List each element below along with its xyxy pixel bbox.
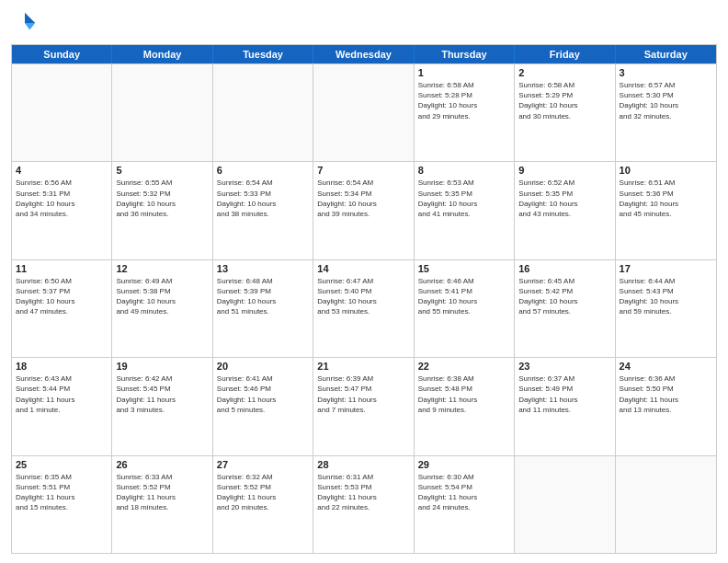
day-number: 23 (518, 361, 610, 372)
day-info: Sunrise: 6:57 AM Sunset: 5:30 PM Dayligh… (620, 80, 712, 121)
day-cell-13: 13Sunrise: 6:48 AM Sunset: 5:39 PM Dayli… (213, 260, 313, 357)
day-info: Sunrise: 6:37 AM Sunset: 5:49 PM Dayligh… (518, 373, 610, 415)
empty-cell-0-0 (12, 64, 112, 161)
day-number: 22 (418, 361, 510, 372)
day-number: 29 (418, 459, 510, 470)
header-day-thursday: Thursday (415, 45, 515, 63)
day-number: 8 (418, 165, 510, 176)
day-cell-19: 19Sunrise: 6:42 AM Sunset: 5:45 PM Dayli… (112, 358, 212, 454)
day-info: Sunrise: 6:53 AM Sunset: 5:35 PM Dayligh… (418, 178, 510, 219)
calendar-row-3: 18Sunrise: 6:43 AM Sunset: 5:44 PM Dayli… (12, 357, 716, 454)
header-day-friday: Friday (515, 45, 615, 63)
day-info: Sunrise: 6:39 AM Sunset: 5:47 PM Dayligh… (317, 373, 409, 415)
day-info: Sunrise: 6:45 AM Sunset: 5:42 PM Dayligh… (518, 276, 610, 317)
day-info: Sunrise: 6:42 AM Sunset: 5:45 PM Dayligh… (116, 373, 208, 415)
day-info: Sunrise: 6:35 AM Sunset: 5:51 PM Dayligh… (16, 472, 108, 513)
day-cell-17: 17Sunrise: 6:44 AM Sunset: 5:43 PM Dayli… (616, 260, 716, 357)
empty-cell-0-3 (313, 64, 414, 161)
day-number: 26 (116, 459, 208, 470)
day-info: Sunrise: 6:48 AM Sunset: 5:39 PM Dayligh… (217, 276, 309, 317)
day-number: 14 (317, 263, 409, 274)
day-cell-5: 5Sunrise: 6:55 AM Sunset: 5:32 PM Daylig… (112, 162, 212, 259)
day-info: Sunrise: 6:54 AM Sunset: 5:33 PM Dayligh… (217, 178, 309, 219)
day-cell-11: 11Sunrise: 6:50 AM Sunset: 5:37 PM Dayli… (12, 260, 112, 357)
logo-icon (11, 9, 39, 37)
svg-marker-0 (25, 13, 35, 23)
header-day-wednesday: Wednesday (313, 45, 414, 63)
day-info: Sunrise: 6:58 AM Sunset: 5:28 PM Dayligh… (418, 80, 510, 121)
day-number: 13 (217, 263, 309, 274)
day-number: 6 (217, 165, 309, 176)
day-number: 10 (620, 165, 712, 176)
day-number: 17 (620, 263, 712, 274)
day-cell-27: 27Sunrise: 6:32 AM Sunset: 5:52 PM Dayli… (213, 456, 313, 553)
day-info: Sunrise: 6:33 AM Sunset: 5:52 PM Dayligh… (116, 472, 208, 513)
day-cell-4: 4Sunrise: 6:56 AM Sunset: 5:31 PM Daylig… (12, 162, 112, 259)
day-number: 5 (116, 165, 208, 176)
day-number: 24 (620, 361, 712, 372)
page: SundayMondayTuesdayWednesdayThursdayFrid… (0, 0, 728, 563)
day-info: Sunrise: 6:44 AM Sunset: 5:43 PM Dayligh… (620, 276, 712, 317)
day-info: Sunrise: 6:31 AM Sunset: 5:53 PM Dayligh… (317, 472, 409, 513)
day-cell-3: 3Sunrise: 6:57 AM Sunset: 5:30 PM Daylig… (616, 64, 716, 161)
day-number: 9 (518, 165, 610, 176)
day-number: 20 (217, 361, 309, 372)
day-cell-9: 9Sunrise: 6:52 AM Sunset: 5:35 PM Daylig… (515, 162, 615, 259)
empty-cell-4-6 (616, 456, 716, 553)
header-day-monday: Monday (112, 45, 212, 63)
day-number: 1 (418, 67, 510, 78)
day-info: Sunrise: 6:49 AM Sunset: 5:38 PM Dayligh… (116, 276, 208, 317)
day-cell-25: 25Sunrise: 6:35 AM Sunset: 5:51 PM Dayli… (12, 456, 112, 553)
day-number: 16 (518, 263, 610, 274)
day-cell-14: 14Sunrise: 6:47 AM Sunset: 5:40 PM Dayli… (313, 260, 414, 357)
day-cell-29: 29Sunrise: 6:30 AM Sunset: 5:54 PM Dayli… (415, 456, 515, 553)
day-info: Sunrise: 6:54 AM Sunset: 5:34 PM Dayligh… (317, 178, 409, 219)
day-number: 28 (317, 459, 409, 470)
day-cell-24: 24Sunrise: 6:36 AM Sunset: 5:50 PM Dayli… (616, 358, 716, 454)
day-number: 19 (116, 361, 208, 372)
day-cell-16: 16Sunrise: 6:45 AM Sunset: 5:42 PM Dayli… (515, 260, 615, 357)
day-number: 25 (16, 459, 108, 470)
day-cell-1: 1Sunrise: 6:58 AM Sunset: 5:28 PM Daylig… (415, 64, 515, 161)
day-number: 18 (16, 361, 108, 372)
day-info: Sunrise: 6:46 AM Sunset: 5:41 PM Dayligh… (418, 276, 510, 317)
day-cell-2: 2Sunrise: 6:58 AM Sunset: 5:29 PM Daylig… (515, 64, 615, 161)
day-cell-15: 15Sunrise: 6:46 AM Sunset: 5:41 PM Dayli… (415, 260, 515, 357)
day-number: 21 (317, 361, 409, 372)
day-info: Sunrise: 6:56 AM Sunset: 5:31 PM Dayligh… (16, 178, 108, 219)
calendar-row-4: 25Sunrise: 6:35 AM Sunset: 5:51 PM Dayli… (12, 455, 716, 553)
day-number: 15 (418, 263, 510, 274)
day-cell-26: 26Sunrise: 6:33 AM Sunset: 5:52 PM Dayli… (112, 456, 212, 553)
day-number: 3 (620, 67, 712, 78)
header-day-saturday: Saturday (616, 45, 716, 63)
calendar-row-1: 4Sunrise: 6:56 AM Sunset: 5:31 PM Daylig… (12, 161, 716, 259)
svg-marker-1 (25, 23, 35, 30)
day-number: 11 (16, 263, 108, 274)
calendar-header: SundayMondayTuesdayWednesdayThursdayFrid… (12, 45, 716, 63)
calendar-row-2: 11Sunrise: 6:50 AM Sunset: 5:37 PM Dayli… (12, 259, 716, 357)
day-number: 4 (16, 165, 108, 176)
day-info: Sunrise: 6:32 AM Sunset: 5:52 PM Dayligh… (217, 472, 309, 513)
calendar-body: 1Sunrise: 6:58 AM Sunset: 5:28 PM Daylig… (12, 63, 716, 553)
day-info: Sunrise: 6:51 AM Sunset: 5:36 PM Dayligh… (620, 178, 712, 219)
header-day-sunday: Sunday (12, 45, 112, 63)
empty-cell-0-2 (213, 64, 313, 161)
day-cell-18: 18Sunrise: 6:43 AM Sunset: 5:44 PM Dayli… (12, 358, 112, 454)
day-info: Sunrise: 6:52 AM Sunset: 5:35 PM Dayligh… (518, 178, 610, 219)
day-info: Sunrise: 6:36 AM Sunset: 5:50 PM Dayligh… (620, 373, 712, 415)
day-cell-12: 12Sunrise: 6:49 AM Sunset: 5:38 PM Dayli… (112, 260, 212, 357)
day-number: 7 (317, 165, 409, 176)
day-info: Sunrise: 6:38 AM Sunset: 5:48 PM Dayligh… (418, 373, 510, 415)
day-number: 27 (217, 459, 309, 470)
day-info: Sunrise: 6:50 AM Sunset: 5:37 PM Dayligh… (16, 276, 108, 317)
calendar: SundayMondayTuesdayWednesdayThursdayFrid… (11, 44, 717, 554)
day-cell-28: 28Sunrise: 6:31 AM Sunset: 5:53 PM Dayli… (313, 456, 414, 553)
day-number: 2 (518, 67, 610, 78)
logo (11, 9, 42, 37)
day-info: Sunrise: 6:55 AM Sunset: 5:32 PM Dayligh… (116, 178, 208, 219)
day-cell-21: 21Sunrise: 6:39 AM Sunset: 5:47 PM Dayli… (313, 358, 414, 454)
day-cell-20: 20Sunrise: 6:41 AM Sunset: 5:46 PM Dayli… (213, 358, 313, 454)
day-number: 12 (116, 263, 208, 274)
day-cell-10: 10Sunrise: 6:51 AM Sunset: 5:36 PM Dayli… (616, 162, 716, 259)
day-cell-6: 6Sunrise: 6:54 AM Sunset: 5:33 PM Daylig… (213, 162, 313, 259)
